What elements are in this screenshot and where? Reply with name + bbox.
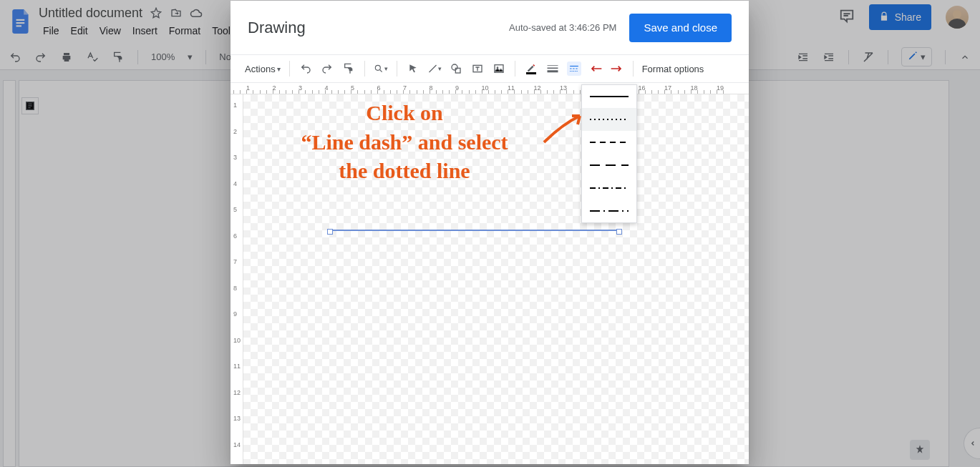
line-dash-icon[interactable] [567,62,581,76]
textbox-tool-icon[interactable] [470,62,485,76]
undo-icon[interactable] [299,62,313,76]
line-dash-menu [581,84,637,223]
dash-option-dash-dot[interactable] [582,177,636,200]
redo-icon[interactable] [320,62,334,76]
actions-menu[interactable]: Actions▾ [245,64,281,74]
dialog-title: Drawing [248,19,306,37]
line-tool-icon[interactable]: ▾ [427,62,442,76]
drawing-toolbar: Actions▾ ▾ ▾ Format options [231,55,749,83]
select-tool-icon[interactable] [406,62,420,76]
image-tool-icon[interactable] [492,62,506,76]
zoom-icon[interactable]: ▾ [374,62,388,76]
line-weight-icon[interactable] [545,62,560,76]
dash-option-dash-long-dot[interactable] [582,200,636,222]
dash-option-dash-long[interactable] [582,154,636,177]
line-color-icon[interactable] [524,62,538,76]
dash-option-dotted[interactable] [582,108,636,131]
drawing-canvas[interactable] [243,94,749,464]
drawing-dialog: Drawing Auto-saved at 3:46:26 PM Save an… [231,1,749,464]
drawing-vertical-ruler: 1234567891011121314 [231,94,243,464]
svg-point-4 [452,64,457,70]
save-and-close-button[interactable]: Save and close [629,14,732,42]
dash-option-solid[interactable] [582,85,636,108]
svg-point-3 [375,65,380,70]
line-start-icon[interactable] [588,62,603,76]
drawing-horizontal-ruler: 12345678910111213141516171819 [231,83,749,94]
paint-format-icon[interactable] [341,62,356,76]
drawn-line-object[interactable] [329,230,620,231]
autosave-status: Auto-saved at 3:46:26 PM [509,22,616,33]
svg-rect-5 [455,68,460,73]
shape-tool-icon[interactable] [449,62,463,76]
format-options-button[interactable]: Format options [642,64,704,74]
dash-option-dash[interactable] [582,131,636,154]
line-end-icon[interactable] [610,62,624,76]
